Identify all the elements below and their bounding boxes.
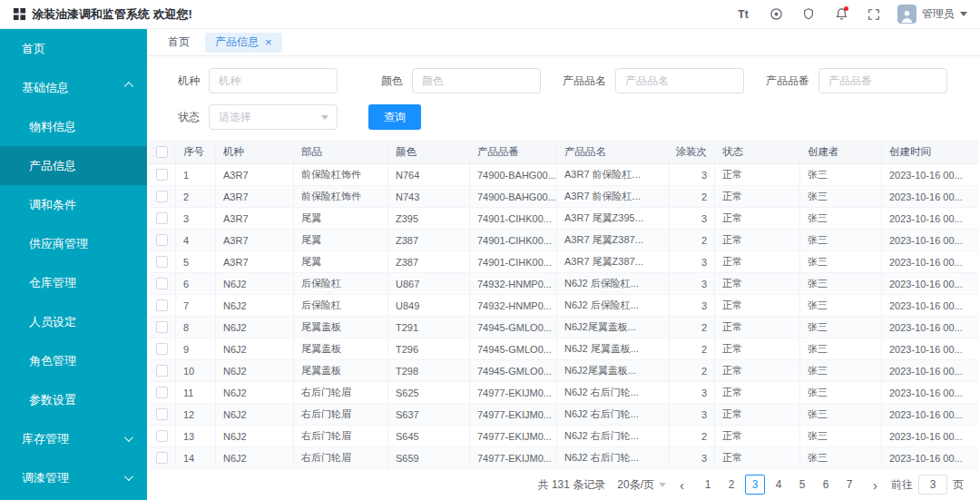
table-cell: 74945-GMLO0...	[470, 317, 557, 338]
row-checkbox[interactable]	[156, 321, 168, 333]
sidebar-item-角色管理[interactable]: 角色管理	[0, 341, 147, 380]
tab-产品信息[interactable]: 产品信息×	[205, 33, 282, 53]
tab-首页[interactable]: 首页	[158, 33, 200, 53]
table-cell: 2023-10-16 00...	[882, 186, 978, 207]
table-cell: 正常	[715, 404, 800, 425]
fullscreen-icon[interactable]	[865, 5, 883, 24]
search-row-1: 机种 颜色 产品品名 产品品番	[152, 68, 975, 93]
page-number-5[interactable]: 5	[792, 475, 812, 495]
table-cell: 正常	[715, 295, 800, 316]
table-cell: 右后门轮眉	[294, 426, 388, 446]
row-checkbox-cell	[149, 164, 176, 185]
table-cell: 2023-10-16 00...	[882, 295, 978, 316]
sidebar-item-物料信息[interactable]: 物料信息	[0, 107, 147, 146]
table-cell: 张三	[800, 295, 882, 316]
table-cell: N6J2 尾翼盖板...	[557, 338, 670, 359]
next-page-button[interactable]: ›	[871, 478, 879, 492]
table-cell: 正常	[715, 426, 800, 446]
table-cell: 正常	[715, 208, 800, 229]
product-name-input[interactable]	[615, 68, 744, 93]
sidebar-item-首页[interactable]: 首页	[0, 29, 147, 68]
goto-label: 前往	[891, 477, 913, 493]
row-checkbox[interactable]	[156, 191, 168, 202]
table-cell: 1	[176, 164, 216, 185]
page-number-3[interactable]: 3	[745, 475, 765, 495]
table-cell: 4	[176, 230, 216, 250]
sidebar-item-库存管理[interactable]: 库存管理	[0, 419, 147, 458]
machine-type-input[interactable]	[209, 68, 338, 93]
row-checkbox-cell	[149, 382, 176, 403]
table-cell: 正常	[715, 186, 800, 207]
goto-page-input[interactable]	[918, 475, 947, 495]
page-size-select[interactable]: 20条/页	[617, 477, 666, 493]
table-cell: N6J2 右后门轮...	[557, 447, 670, 468]
row-checkbox[interactable]	[156, 365, 168, 377]
select-placeholder: 请选择	[219, 110, 251, 125]
table-cell: A3R7 尾翼Z387...	[557, 230, 670, 250]
sidebar-item-基础信息[interactable]: 基础信息	[0, 68, 147, 107]
row-checkbox[interactable]	[156, 387, 168, 398]
page-number-1[interactable]: 1	[698, 475, 718, 495]
color-input[interactable]	[412, 68, 541, 93]
sidebar-item-供应商管理[interactable]: 供应商管理	[0, 224, 147, 263]
table-cell: 右后门轮眉	[294, 447, 388, 468]
row-checkbox[interactable]	[156, 212, 168, 224]
header-actions: Tt 管理员	[734, 5, 967, 24]
goto-page: 前往 页	[891, 475, 964, 495]
row-checkbox[interactable]	[156, 169, 168, 181]
table-cell: 74901-CIHK00...	[470, 208, 557, 229]
bell-icon[interactable]	[832, 5, 850, 24]
product-number-input[interactable]	[818, 68, 947, 93]
sidebar-item-人员设定[interactable]: 人员设定	[0, 302, 147, 341]
row-checkbox[interactable]	[156, 343, 168, 355]
theme-icon[interactable]	[767, 5, 785, 24]
main-area: 首页产品信息× 机种 颜色 产品品名 产品品番 状态	[147, 29, 980, 500]
select-all-checkbox[interactable]	[156, 146, 168, 158]
app-logo-icon	[13, 7, 26, 21]
sidebar-item-仓库管理[interactable]: 仓库管理	[0, 263, 147, 302]
field-color: 颜色	[356, 68, 541, 93]
row-checkbox[interactable]	[156, 452, 168, 464]
user-menu[interactable]: 管理员	[897, 5, 967, 24]
row-checkbox[interactable]	[156, 278, 168, 289]
table-cell: 3	[670, 382, 715, 403]
table-cell: N6J2	[216, 317, 294, 338]
sidebar-item-调和条件[interactable]: 调和条件	[0, 185, 147, 224]
table-row: 9N6J2尾翼盖板T29674945-GMLO0...N6J2 尾翼盖板...2…	[149, 338, 978, 360]
table-cell: T296	[388, 338, 470, 359]
prev-page-button[interactable]: ‹	[678, 478, 686, 492]
page-number-6[interactable]: 6	[816, 475, 836, 495]
table-cell: 74932-HNMP0...	[470, 295, 557, 316]
query-button[interactable]: 查询	[368, 104, 421, 130]
row-checkbox[interactable]	[156, 234, 168, 246]
page-number-7[interactable]: 7	[839, 475, 859, 495]
chevron-down-icon	[124, 472, 133, 481]
table-cell: 74977-EKIJM0...	[470, 426, 557, 446]
table-cell: S645	[388, 426, 470, 446]
user-name: 管理员	[922, 6, 955, 22]
table-cell: 尾翼	[294, 208, 388, 229]
sidebar-item-参数设置[interactable]: 参数设置	[0, 380, 147, 419]
close-icon[interactable]: ×	[265, 36, 272, 48]
row-checkbox[interactable]	[156, 299, 168, 311]
sidebar-item-label: 调和条件	[29, 197, 76, 213]
row-checkbox[interactable]	[156, 408, 168, 420]
sidebar-item-产品信息[interactable]: 产品信息	[0, 146, 147, 185]
table-cell: N6J2 后保险杠...	[557, 273, 670, 294]
page-number-2[interactable]: 2	[721, 475, 741, 495]
table-row: 12N6J2右后门轮眉S63774977-EKIJM0...N6J2 右后门轮.…	[149, 404, 978, 426]
badge-icon[interactable]	[799, 5, 818, 24]
status-select[interactable]: 请选择	[209, 104, 338, 130]
page-number-4[interactable]: 4	[769, 475, 789, 495]
table-row: 8N6J2尾翼盖板T29174945-GMLO0...N6J2尾翼盖板...2正…	[149, 317, 978, 338]
table-cell: 74901-CIHK00...	[470, 230, 557, 250]
row-checkbox[interactable]	[156, 430, 168, 442]
table-cell: T298	[388, 360, 470, 381]
row-checkbox[interactable]	[156, 256, 168, 268]
table-cell: 张三	[800, 317, 882, 338]
table-cell: A3R7	[216, 186, 294, 207]
table-cell: 2	[176, 186, 216, 207]
table-cell: N6J2 后保险杠...	[557, 295, 670, 316]
sidebar-item-调漆管理[interactable]: 调漆管理	[0, 458, 147, 497]
font-size-icon[interactable]: Tt	[734, 5, 752, 24]
